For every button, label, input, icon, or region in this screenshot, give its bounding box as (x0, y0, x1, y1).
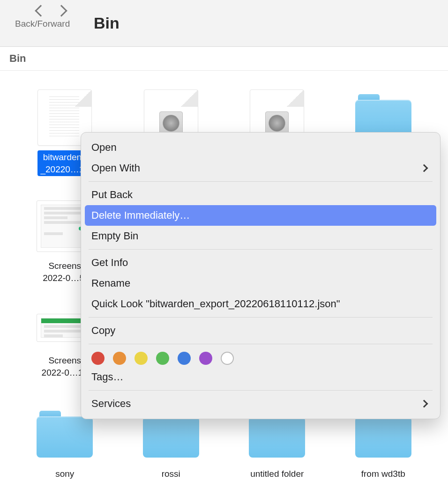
menu-quick-look[interactable]: Quick Look "bitwarden_export_20220618110… (81, 294, 440, 314)
file-label: sony (52, 467, 77, 481)
tag-blue[interactable] (178, 352, 191, 365)
folder-item-untitled[interactable]: untitled folder (226, 406, 328, 495)
tag-purple[interactable] (199, 352, 212, 365)
menu-delete-immediately[interactable]: Delete Immediately… (85, 205, 436, 226)
chevron-right-icon (420, 164, 428, 172)
menu-tags[interactable]: Tags… (81, 367, 440, 387)
folder-item-rossi[interactable]: rossi (120, 406, 222, 495)
tag-color-row (81, 347, 440, 367)
tag-none[interactable] (221, 352, 234, 365)
back-button[interactable] (35, 5, 46, 16)
menu-separator (89, 317, 433, 318)
menu-copy[interactable]: Copy (81, 320, 440, 341)
forward-button[interactable] (55, 5, 67, 16)
nav-label: Back/Forward (15, 19, 85, 29)
menu-separator (89, 181, 433, 182)
path-bar: Bin (0, 47, 448, 71)
context-menu: Open Open With Put Back Delete Immediate… (81, 132, 441, 419)
menu-put-back[interactable]: Put Back (81, 185, 440, 205)
tag-orange[interactable] (113, 352, 126, 365)
window-title: Bin (94, 14, 119, 32)
menu-services[interactable]: Services (81, 393, 440, 414)
menu-rename[interactable]: Rename (81, 273, 440, 294)
tag-yellow[interactable] (134, 352, 148, 365)
folder-item-sony[interactable]: sony (14, 406, 116, 495)
file-label: from wd3tb (358, 467, 408, 481)
file-label: untitled folder (247, 467, 306, 481)
menu-open-with[interactable]: Open With (81, 158, 440, 178)
menu-separator (89, 344, 433, 344)
file-label: rossi (159, 467, 183, 481)
tag-red[interactable] (91, 352, 105, 365)
menu-separator (89, 390, 433, 391)
toolbar: Back/Forward Bin (0, 0, 448, 47)
menu-get-info[interactable]: Get Info (81, 252, 440, 273)
chevron-right-icon (420, 400, 428, 408)
menu-open[interactable]: Open (81, 137, 440, 158)
tag-green[interactable] (156, 352, 169, 365)
folder-item-wd3tb[interactable]: from wd3tb (333, 406, 434, 495)
menu-empty-bin[interactable]: Empty Bin (81, 226, 440, 246)
menu-separator (89, 249, 433, 250)
